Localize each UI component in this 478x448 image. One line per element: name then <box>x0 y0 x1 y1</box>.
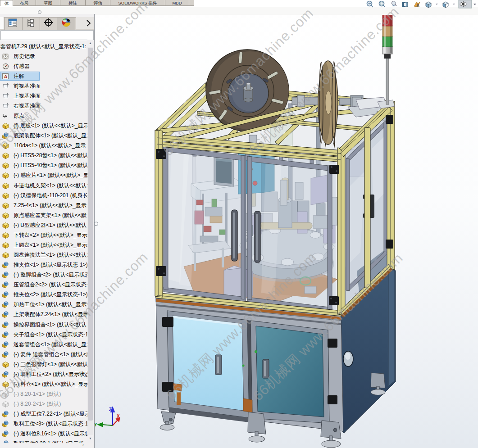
svg-text:A: A <box>416 3 419 8</box>
svg-text:Z: Z <box>109 407 112 412</box>
svg-text:A: A <box>4 73 8 79</box>
svg-text:X: X <box>117 414 120 419</box>
svg-text:Y: Y <box>94 422 97 427</box>
